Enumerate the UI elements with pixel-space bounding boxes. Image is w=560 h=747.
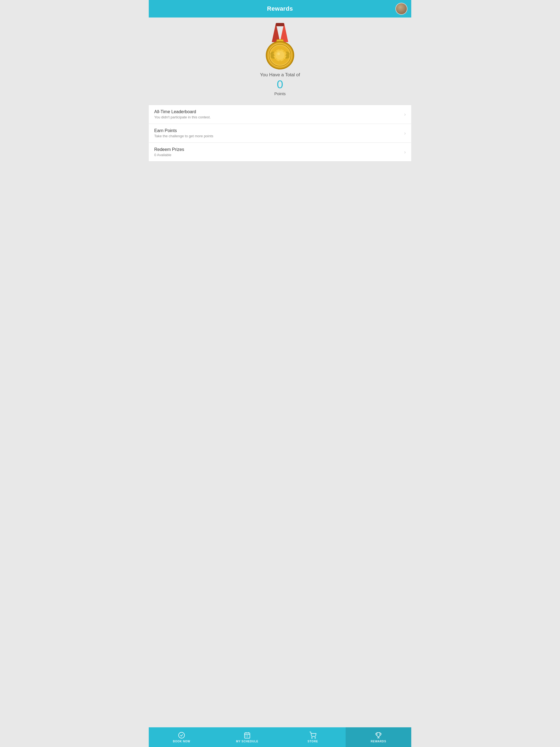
cart-icon <box>309 732 316 739</box>
svg-point-25 <box>276 51 284 60</box>
page-title: Rewards <box>267 5 293 12</box>
calendar-icon <box>244 732 251 739</box>
nav-rewards[interactable]: REWARDS <box>346 727 411 747</box>
medal-image <box>262 23 298 72</box>
nav-my-schedule[interactable]: MY SCHEDULE <box>214 727 280 747</box>
rewards-list: All-Time Leaderboard You didn't particip… <box>149 105 411 162</box>
nav-store[interactable]: STORE <box>280 727 346 747</box>
leaderboard-item[interactable]: All-Time Leaderboard You didn't particip… <box>149 105 411 124</box>
app-header: Rewards <box>149 0 411 18</box>
nav-my-schedule-label: MY SCHEDULE <box>236 740 258 743</box>
earn-points-title: Earn Points <box>154 128 213 133</box>
points-value: 0 <box>277 79 283 90</box>
leaderboard-title: All-Time Leaderboard <box>154 109 211 114</box>
check-circle-icon <box>178 732 185 739</box>
nav-rewards-label: REWARDS <box>371 740 386 743</box>
chevron-right-icon: › <box>404 111 406 117</box>
nav-book-now-label: BOOK NOW <box>173 740 190 743</box>
earn-points-subtitle: Take the challenge to get more points <box>154 134 213 138</box>
earn-points-item[interactable]: Earn Points Take the challenge to get mo… <box>149 124 411 143</box>
leaderboard-subtitle: You didn't participate in this contest. <box>154 115 211 119</box>
avatar[interactable] <box>396 3 407 15</box>
trophy-icon <box>375 732 382 739</box>
nav-book-now[interactable]: BOOK NOW <box>149 727 214 747</box>
svg-point-26 <box>277 52 280 55</box>
chevron-right-icon: › <box>404 130 406 136</box>
points-subtitle: You Have a Total of <box>260 72 300 78</box>
svg-point-36 <box>311 738 312 738</box>
svg-point-37 <box>315 738 315 738</box>
medal-section: You Have a Total of 0 Points <box>260 23 300 96</box>
svg-point-27 <box>179 732 184 738</box>
points-label: Points <box>274 91 286 96</box>
redeem-prizes-title: Redeem Prizes <box>154 147 184 152</box>
bottom-navigation: BOOK NOW MY SCHEDULE STORE REWARDS <box>149 727 411 747</box>
chevron-right-icon: › <box>404 149 406 155</box>
main-content: You Have a Total of 0 Points All-Time Le… <box>149 18 411 727</box>
svg-rect-2 <box>276 23 284 26</box>
redeem-prizes-item[interactable]: Redeem Prizes 0 Available › <box>149 143 411 161</box>
nav-store-label: STORE <box>308 740 318 743</box>
redeem-prizes-subtitle: 0 Available <box>154 153 184 157</box>
